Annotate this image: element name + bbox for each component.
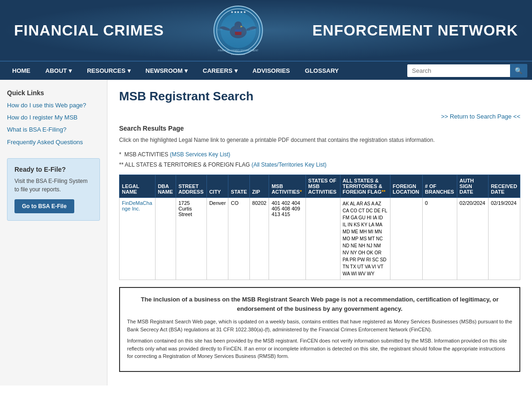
chevron-down-icon: ▾ bbox=[234, 67, 238, 74]
nav-items-container: HOME ABOUT ▾ RESOURCES ▾ NEWSROOM ▾ CARE… bbox=[5, 62, 407, 80]
nav-item-home[interactable]: HOME bbox=[5, 62, 38, 80]
page-title: MSB Registrant Search bbox=[119, 89, 520, 104]
all-states-key-list-link[interactable]: (All States/Territories Key List) bbox=[251, 161, 326, 168]
cell-city: Denver bbox=[206, 198, 228, 280]
return-to-search-link[interactable]: >> Return to Search Page << bbox=[441, 113, 520, 120]
results-table: LEGAL NAME DBA NAME STREET ADDRESS CITY … bbox=[119, 175, 520, 280]
return-link-container: >> Return to Search Page << bbox=[119, 113, 520, 120]
cell-msb-activities: 401 402 404 405 408 409 413 415 bbox=[269, 198, 305, 280]
table-header-row: LEGAL NAME DBA NAME STREET ADDRESS CITY … bbox=[120, 175, 520, 198]
header-right-title: ENFORCEMENT NETWORK bbox=[312, 22, 518, 39]
svg-point-4 bbox=[234, 21, 242, 29]
th-legal-name: LEGAL NAME bbox=[120, 175, 156, 198]
th-branches: # OF BRANCHES bbox=[422, 175, 457, 198]
th-city: CITY bbox=[206, 175, 228, 198]
th-state: STATE bbox=[228, 175, 249, 198]
disclaimer-p1: The MSB Registrant Search Web page, whic… bbox=[127, 318, 512, 333]
main-layout: Quick Links How do I use this Web page? … bbox=[0, 80, 532, 385]
quick-links-title: Quick Links bbox=[7, 89, 100, 97]
th-states-of-activities: STATES OF MSB ACTIVITIES bbox=[305, 175, 340, 198]
cell-received-date: 02/19/2024 bbox=[488, 198, 520, 280]
note-all-states: ** ALL STATES & TERRITORIES & FOREIGN FL… bbox=[119, 160, 520, 170]
sidebar-link-faq[interactable]: Frequently Asked Questions bbox=[7, 138, 100, 147]
th-all-states-flag: ALL STATES & TERRITORIES & FOREIGN FLAG*… bbox=[340, 175, 390, 198]
table-row: FinDeMaCha nge Inc. 1725 Curtis Street D… bbox=[120, 198, 520, 280]
cell-dba-name bbox=[155, 198, 176, 280]
sidebar-link-register-msb[interactable]: How do I register My MSB bbox=[7, 113, 100, 122]
efile-title: Ready to E-File? bbox=[14, 166, 92, 173]
key-notes: * MSB ACTIVITIES (MSB Services Key List)… bbox=[119, 150, 520, 170]
svg-text:01001: 01001 bbox=[217, 28, 223, 31]
cell-state: CO bbox=[228, 198, 249, 280]
cell-street-address: 1725 Curtis Street bbox=[176, 198, 206, 280]
quick-links-section: Quick Links How do I use this Web page? … bbox=[7, 89, 100, 147]
chevron-down-icon: ▾ bbox=[69, 67, 72, 74]
svg-text:10110: 10110 bbox=[250, 28, 255, 31]
th-dba-name: DBA NAME bbox=[155, 175, 176, 198]
cell-auth-sign-date: 02/20/2024 bbox=[457, 198, 488, 280]
cell-foreign-location bbox=[390, 198, 422, 280]
svg-rect-6 bbox=[235, 29, 241, 32]
nav-item-newsroom[interactable]: NEWSROOM ▾ bbox=[138, 62, 195, 80]
nav-item-resources[interactable]: RESOURCES ▾ bbox=[79, 62, 138, 80]
th-zip: ZIP bbox=[249, 175, 269, 198]
header-left-title: FINANCIAL CRIMES bbox=[14, 22, 164, 39]
search-input[interactable] bbox=[407, 64, 510, 77]
cell-zip: 80202 bbox=[249, 198, 269, 280]
cell-states-of-activities bbox=[305, 198, 340, 280]
nav-item-about[interactable]: ABOUT ▾ bbox=[38, 62, 79, 80]
cell-all-states-flag: AK AL AR AS A AZ CA CO CT DC DE FL FM GA… bbox=[340, 198, 390, 280]
disclaimer-p2: Information contained on this site has b… bbox=[127, 337, 512, 360]
svg-text:U.S. TREASURY: U.S. TREASURY bbox=[231, 53, 246, 56]
legal-name-link[interactable]: FinDeMaCha nge Inc. bbox=[122, 200, 152, 211]
sidebar-link-how-use[interactable]: How do I use this Web page? bbox=[7, 101, 100, 110]
site-header: FINANCIAL CRIMES ★ ★ ★ ★ ★ FINANCIAL CRI… bbox=[0, 0, 532, 61]
chevron-down-icon: ▾ bbox=[128, 67, 131, 74]
cell-legal-name: FinDeMaCha nge Inc. bbox=[120, 198, 156, 280]
th-foreign-location: FOREIGN LOCATION bbox=[390, 175, 422, 198]
efile-button[interactable]: Go to BSA E-File bbox=[14, 199, 74, 213]
nav-item-glossary[interactable]: GLOSSARY bbox=[298, 62, 346, 80]
search-form: 🔍 bbox=[407, 64, 527, 77]
sidebar-link-bsa-efiling[interactable]: What is BSA E-Filing? bbox=[7, 126, 100, 134]
chevron-down-icon: ▾ bbox=[184, 67, 188, 74]
note-msb-activities: * MSB ACTIVITIES (MSB Services Key List) bbox=[119, 150, 520, 160]
results-header: Search Results Page bbox=[119, 125, 520, 132]
cell-num-branches: 0 bbox=[422, 198, 457, 280]
main-content: MSB Registrant Search >> Return to Searc… bbox=[107, 80, 532, 385]
th-msb-activities: MSB ACTIVITIES* bbox=[269, 175, 305, 198]
efile-section: Ready to E-File? Visit the BSA E-Filing … bbox=[7, 158, 100, 221]
sidebar: Quick Links How do I use this Web page? … bbox=[0, 80, 107, 385]
th-auth-sign-date: AUTH SIGN DATE bbox=[457, 175, 488, 198]
nav-item-careers[interactable]: CAREERS ▾ bbox=[195, 62, 245, 80]
main-nav: HOME ABOUT ▾ RESOURCES ▾ NEWSROOM ▾ CARE… bbox=[0, 61, 532, 80]
disclaimer-box: The inclusion of a business on the MSB R… bbox=[119, 287, 520, 372]
msb-key-list-link[interactable]: (MSB Services Key List) bbox=[170, 151, 230, 158]
nav-item-advisories[interactable]: ADVISORIES bbox=[245, 62, 298, 80]
results-description: Click on the highlighted Legal Name link… bbox=[119, 136, 520, 144]
svg-text:FINANCIAL CRIMES ENFORCEMENT: FINANCIAL CRIMES ENFORCEMENT bbox=[218, 49, 259, 52]
th-received-date: RECEIVED DATE bbox=[488, 175, 520, 198]
treasury-seal: ★ ★ ★ ★ ★ FINANCIAL CRIMES ENFORCEMENT U… bbox=[213, 5, 264, 56]
search-button[interactable]: 🔍 bbox=[510, 64, 527, 77]
svg-text:★ ★ ★ ★ ★: ★ ★ ★ ★ ★ bbox=[231, 11, 246, 14]
search-icon: 🔍 bbox=[515, 67, 523, 74]
th-street-address: STREET ADDRESS bbox=[176, 175, 206, 198]
efile-desc: Visit the BSA E-Filing System to file yo… bbox=[14, 177, 92, 194]
disclaimer-title: The inclusion of a business on the MSB R… bbox=[127, 295, 512, 313]
